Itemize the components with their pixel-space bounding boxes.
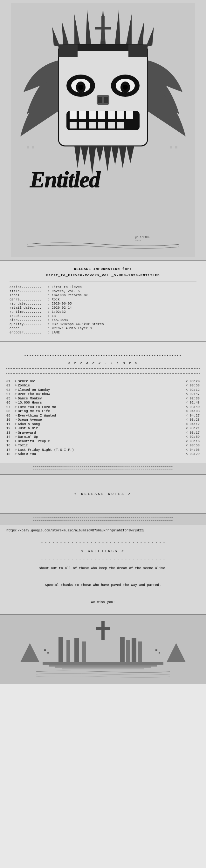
release-url[interactable]: https://play.google.com/store/music/albu… (6, 529, 144, 532)
demon-art-section: Entitled @MTiMPURE ~~~~ (0, 0, 206, 260)
info-row: title...........: Covers, Vol. 5 (9, 289, 197, 293)
section-transition-2: ~~~~~~~~~~~~~~~~~~~~~~~~~~~~~~~~~~~~~~~~… (0, 514, 206, 525)
track-number: 13 (6, 431, 14, 435)
svg-rect-77 (159, 652, 160, 654)
track-number: 04 (6, 392, 14, 396)
wavy-border-1: ~~~~~~~~~~~~~~~~~~~~~~~~~~~~~~~~~~~~~~~~… (3, 465, 203, 469)
track-duration: < 03:28 (186, 418, 200, 422)
track-row: 16>Toxic< 03:53 (6, 443, 200, 447)
info-field-value: : 2020-06-05 (48, 302, 72, 306)
tracklist-footer-decoration: ----------------------------------------… (6, 368, 200, 374)
track-arrow-icon: > (15, 409, 17, 413)
track-number: 01 (6, 379, 14, 383)
track-number: 15 (6, 439, 14, 443)
tracklist-header-decoration: ----------------------------------------… (6, 353, 200, 358)
track-title: 10,000 Hours (18, 401, 42, 404)
info-field-key: runtime......... (9, 310, 48, 314)
track-left-info: 10>Ocean Avenue (6, 418, 42, 422)
track-number: 12 (6, 426, 14, 430)
track-row: 09>Everything I Wanted< 04:27 (6, 414, 200, 417)
release-notes-header: - < RELEASE NOTES > - (6, 492, 200, 496)
svg-rect-70 (55, 666, 151, 668)
track-left-info: 01>Sk8er Boi (6, 379, 36, 383)
svg-rect-51 (27, 146, 29, 149)
svg-rect-29 (89, 111, 96, 119)
svg-rect-63 (82, 642, 86, 662)
svg-rect-36 (89, 122, 96, 128)
track-title: Ocean Avenue (18, 418, 42, 422)
track-arrow-icon: > (15, 422, 17, 426)
track-title: Adore You (18, 452, 36, 456)
track-left-info: 18>Adore You (6, 452, 36, 456)
track-duration: < 02:47 (186, 392, 200, 396)
track-arrow-icon: > (15, 435, 17, 439)
svg-rect-76 (155, 649, 157, 651)
svg-rect-74 (44, 649, 46, 651)
info-field-value: : Rock (48, 298, 60, 301)
release-notes-dashes-bottom: - - - - - - - - - - - - - - - - - - - - … (6, 500, 200, 508)
track-number: 08 (6, 409, 14, 413)
track-duration: < 03:20 (186, 379, 200, 383)
info-field-value: : 2020-02-14 (48, 306, 72, 310)
release-notes-dashes-top: - - - - - - - - - - - - - - - - - - - - … (6, 480, 200, 488)
track-number: 06 (6, 401, 14, 404)
track-number: 11 (6, 422, 14, 426)
track-row: 02>Zombie< 03:53 (6, 383, 200, 388)
svg-rect-32 (117, 111, 124, 119)
track-number: 03 (6, 388, 14, 392)
svg-rect-65 (126, 640, 130, 662)
track-title: Sk8er Boi (18, 379, 36, 383)
svg-rect-64 (120, 637, 125, 662)
info-row: rip date........: 2020-06-05 (9, 302, 197, 306)
info-row: runtime.........: 1:02:32 (9, 310, 197, 314)
track-duration: < 02:33 (186, 397, 200, 400)
track-arrow-icon: > (15, 397, 17, 400)
svg-point-21 (78, 85, 83, 90)
info-field-key: tracks.......... (9, 314, 48, 318)
track-row: 15>Beautiful People< 03:16 (6, 439, 200, 443)
track-duration: < 03:17 (186, 431, 200, 435)
svg-rect-53 (170, 146, 172, 149)
track-arrow-icon: > (15, 401, 17, 404)
track-duration: < 02:12 (186, 388, 200, 392)
svg-rect-25 (104, 97, 108, 103)
track-left-info: 07>Love You to Love Me (6, 405, 56, 409)
track-arrow-icon: > (15, 452, 17, 456)
track-duration: < 03:53 (186, 443, 200, 447)
tracklist-header: < t r a c k . l i s t > (6, 361, 200, 365)
release-info-filename: First_to_Eleven-Covers_Vol._5-UEB-2020-E… (9, 274, 197, 277)
track-title: Dance Monkey (18, 397, 42, 400)
track-title: Zombie (18, 383, 30, 388)
wavy-border-4: ~~~~~~~~~~~~~~~~~~~~~~~~~~~~~~~~~~~~~~~~… (3, 519, 203, 523)
track-left-info: 03>Closed on Sunday (6, 388, 50, 392)
svg-rect-14 (78, 44, 128, 51)
track-arrow-icon: > (15, 418, 17, 422)
track-left-info: 13>Graveyard (6, 431, 36, 435)
track-left-info: 16>Toxic (6, 443, 28, 447)
track-left-info: 17>Last Friday Night (T.G.I.F.) (6, 448, 74, 452)
greetings-line: Shout out to all of those who keep the d… (6, 565, 200, 571)
track-number: 18 (6, 452, 14, 456)
track-row: 18>Adore You< 03:29 (6, 452, 200, 456)
track-arrow-icon: > (15, 448, 17, 452)
svg-rect-39 (117, 122, 124, 128)
track-duration: < 04:27 (186, 414, 200, 417)
svg-rect-35 (79, 122, 86, 128)
release-info-title: RELEASE INFORMATION for: (9, 267, 197, 271)
svg-rect-54 (175, 146, 177, 149)
track-left-info: 15>Beautiful People (6, 439, 50, 443)
track-duration: < 04:06 (186, 448, 200, 452)
info-field-value: : 1:02:32 (48, 310, 66, 314)
track-row: 04>Over the Rainbow< 02:47 (6, 392, 200, 396)
track-duration: < 04:12 (186, 422, 200, 426)
track-left-info: 04>Over the Rainbow (6, 392, 50, 396)
track-left-info: 02>Zombie (6, 383, 30, 388)
track-row: 14>Burnin' Up< 02:59 (6, 435, 200, 439)
track-row: 07>Love You to Love Me< 03:40 (6, 405, 200, 409)
track-title: Burnin' Up (18, 435, 38, 439)
info-row: codec...........: MPEG-1 Audio Layer 3 (9, 327, 197, 330)
track-row: 11>Adam's Song< 04:12 (6, 422, 200, 426)
track-left-info: 12>Just a Girl (6, 426, 40, 430)
bottom-artwork (11, 618, 195, 681)
svg-text:@MTiMPURE: @MTiMPURE (135, 236, 150, 239)
